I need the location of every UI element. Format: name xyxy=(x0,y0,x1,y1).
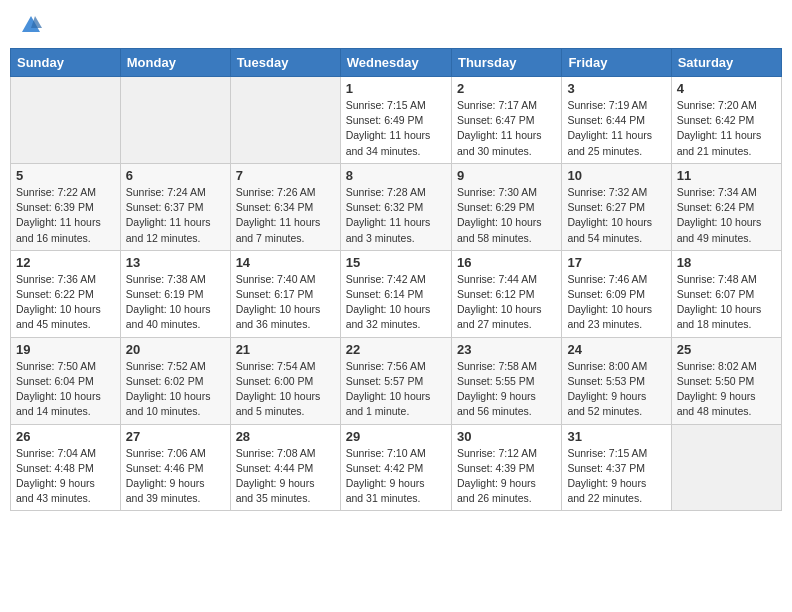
day-number: 27 xyxy=(126,429,225,444)
calendar-cell: 15Sunrise: 7:42 AM Sunset: 6:14 PM Dayli… xyxy=(340,250,451,337)
day-info: Sunrise: 7:36 AM Sunset: 6:22 PM Dayligh… xyxy=(16,272,115,333)
day-number: 20 xyxy=(126,342,225,357)
calendar-cell: 1Sunrise: 7:15 AM Sunset: 6:49 PM Daylig… xyxy=(340,77,451,164)
day-number: 18 xyxy=(677,255,776,270)
day-info: Sunrise: 7:42 AM Sunset: 6:14 PM Dayligh… xyxy=(346,272,446,333)
calendar-cell: 26Sunrise: 7:04 AM Sunset: 4:48 PM Dayli… xyxy=(11,424,121,511)
day-number: 9 xyxy=(457,168,556,183)
calendar-cell: 17Sunrise: 7:46 AM Sunset: 6:09 PM Dayli… xyxy=(562,250,671,337)
day-info: Sunrise: 7:10 AM Sunset: 4:42 PM Dayligh… xyxy=(346,446,446,507)
day-number: 15 xyxy=(346,255,446,270)
calendar-cell xyxy=(671,424,781,511)
day-number: 22 xyxy=(346,342,446,357)
day-number: 16 xyxy=(457,255,556,270)
weekday-header-tuesday: Tuesday xyxy=(230,49,340,77)
day-number: 17 xyxy=(567,255,665,270)
day-number: 31 xyxy=(567,429,665,444)
calendar-cell: 14Sunrise: 7:40 AM Sunset: 6:17 PM Dayli… xyxy=(230,250,340,337)
calendar-cell: 13Sunrise: 7:38 AM Sunset: 6:19 PM Dayli… xyxy=(120,250,230,337)
calendar-cell: 4Sunrise: 7:20 AM Sunset: 6:42 PM Daylig… xyxy=(671,77,781,164)
logo-icon xyxy=(20,14,42,36)
day-info: Sunrise: 7:52 AM Sunset: 6:02 PM Dayligh… xyxy=(126,359,225,420)
calendar-cell: 7Sunrise: 7:26 AM Sunset: 6:34 PM Daylig… xyxy=(230,163,340,250)
calendar-cell: 12Sunrise: 7:36 AM Sunset: 6:22 PM Dayli… xyxy=(11,250,121,337)
day-number: 29 xyxy=(346,429,446,444)
day-info: Sunrise: 7:50 AM Sunset: 6:04 PM Dayligh… xyxy=(16,359,115,420)
day-info: Sunrise: 7:17 AM Sunset: 6:47 PM Dayligh… xyxy=(457,98,556,159)
day-info: Sunrise: 7:34 AM Sunset: 6:24 PM Dayligh… xyxy=(677,185,776,246)
day-number: 3 xyxy=(567,81,665,96)
day-number: 8 xyxy=(346,168,446,183)
day-number: 12 xyxy=(16,255,115,270)
day-info: Sunrise: 7:12 AM Sunset: 4:39 PM Dayligh… xyxy=(457,446,556,507)
day-info: Sunrise: 7:56 AM Sunset: 5:57 PM Dayligh… xyxy=(346,359,446,420)
calendar-cell: 21Sunrise: 7:54 AM Sunset: 6:00 PM Dayli… xyxy=(230,337,340,424)
calendar-week-4: 19Sunrise: 7:50 AM Sunset: 6:04 PM Dayli… xyxy=(11,337,782,424)
day-info: Sunrise: 7:15 AM Sunset: 6:49 PM Dayligh… xyxy=(346,98,446,159)
day-info: Sunrise: 7:22 AM Sunset: 6:39 PM Dayligh… xyxy=(16,185,115,246)
day-info: Sunrise: 7:54 AM Sunset: 6:00 PM Dayligh… xyxy=(236,359,335,420)
calendar-week-1: 1Sunrise: 7:15 AM Sunset: 6:49 PM Daylig… xyxy=(11,77,782,164)
weekday-header-wednesday: Wednesday xyxy=(340,49,451,77)
day-number: 4 xyxy=(677,81,776,96)
day-info: Sunrise: 7:06 AM Sunset: 4:46 PM Dayligh… xyxy=(126,446,225,507)
logo xyxy=(18,14,42,36)
day-number: 30 xyxy=(457,429,556,444)
day-info: Sunrise: 7:15 AM Sunset: 4:37 PM Dayligh… xyxy=(567,446,665,507)
day-info: Sunrise: 8:02 AM Sunset: 5:50 PM Dayligh… xyxy=(677,359,776,420)
calendar-cell: 16Sunrise: 7:44 AM Sunset: 6:12 PM Dayli… xyxy=(451,250,561,337)
calendar-week-5: 26Sunrise: 7:04 AM Sunset: 4:48 PM Dayli… xyxy=(11,424,782,511)
calendar-cell: 18Sunrise: 7:48 AM Sunset: 6:07 PM Dayli… xyxy=(671,250,781,337)
calendar-cell: 28Sunrise: 7:08 AM Sunset: 4:44 PM Dayli… xyxy=(230,424,340,511)
day-number: 11 xyxy=(677,168,776,183)
day-number: 25 xyxy=(677,342,776,357)
calendar-cell xyxy=(120,77,230,164)
weekday-header-sunday: Sunday xyxy=(11,49,121,77)
day-number: 5 xyxy=(16,168,115,183)
day-number: 21 xyxy=(236,342,335,357)
day-info: Sunrise: 7:08 AM Sunset: 4:44 PM Dayligh… xyxy=(236,446,335,507)
page-header xyxy=(10,10,782,40)
day-number: 26 xyxy=(16,429,115,444)
day-number: 14 xyxy=(236,255,335,270)
day-info: Sunrise: 7:30 AM Sunset: 6:29 PM Dayligh… xyxy=(457,185,556,246)
day-info: Sunrise: 7:24 AM Sunset: 6:37 PM Dayligh… xyxy=(126,185,225,246)
calendar-cell: 23Sunrise: 7:58 AM Sunset: 5:55 PM Dayli… xyxy=(451,337,561,424)
weekday-header-saturday: Saturday xyxy=(671,49,781,77)
calendar-cell: 8Sunrise: 7:28 AM Sunset: 6:32 PM Daylig… xyxy=(340,163,451,250)
day-info: Sunrise: 7:28 AM Sunset: 6:32 PM Dayligh… xyxy=(346,185,446,246)
calendar-cell: 19Sunrise: 7:50 AM Sunset: 6:04 PM Dayli… xyxy=(11,337,121,424)
calendar-cell: 11Sunrise: 7:34 AM Sunset: 6:24 PM Dayli… xyxy=(671,163,781,250)
day-info: Sunrise: 7:26 AM Sunset: 6:34 PM Dayligh… xyxy=(236,185,335,246)
calendar-cell xyxy=(11,77,121,164)
calendar-cell: 2Sunrise: 7:17 AM Sunset: 6:47 PM Daylig… xyxy=(451,77,561,164)
calendar-cell: 3Sunrise: 7:19 AM Sunset: 6:44 PM Daylig… xyxy=(562,77,671,164)
day-info: Sunrise: 7:58 AM Sunset: 5:55 PM Dayligh… xyxy=(457,359,556,420)
day-info: Sunrise: 7:46 AM Sunset: 6:09 PM Dayligh… xyxy=(567,272,665,333)
calendar-cell: 9Sunrise: 7:30 AM Sunset: 6:29 PM Daylig… xyxy=(451,163,561,250)
day-number: 19 xyxy=(16,342,115,357)
day-info: Sunrise: 7:19 AM Sunset: 6:44 PM Dayligh… xyxy=(567,98,665,159)
day-number: 13 xyxy=(126,255,225,270)
day-info: Sunrise: 7:04 AM Sunset: 4:48 PM Dayligh… xyxy=(16,446,115,507)
calendar-cell: 25Sunrise: 8:02 AM Sunset: 5:50 PM Dayli… xyxy=(671,337,781,424)
calendar-cell: 31Sunrise: 7:15 AM Sunset: 4:37 PM Dayli… xyxy=(562,424,671,511)
calendar-cell: 24Sunrise: 8:00 AM Sunset: 5:53 PM Dayli… xyxy=(562,337,671,424)
weekday-header-monday: Monday xyxy=(120,49,230,77)
day-info: Sunrise: 7:20 AM Sunset: 6:42 PM Dayligh… xyxy=(677,98,776,159)
calendar-cell: 5Sunrise: 7:22 AM Sunset: 6:39 PM Daylig… xyxy=(11,163,121,250)
day-number: 7 xyxy=(236,168,335,183)
day-number: 28 xyxy=(236,429,335,444)
calendar-cell: 20Sunrise: 7:52 AM Sunset: 6:02 PM Dayli… xyxy=(120,337,230,424)
calendar-cell xyxy=(230,77,340,164)
day-info: Sunrise: 7:48 AM Sunset: 6:07 PM Dayligh… xyxy=(677,272,776,333)
day-number: 2 xyxy=(457,81,556,96)
day-info: Sunrise: 7:38 AM Sunset: 6:19 PM Dayligh… xyxy=(126,272,225,333)
day-number: 1 xyxy=(346,81,446,96)
day-info: Sunrise: 7:44 AM Sunset: 6:12 PM Dayligh… xyxy=(457,272,556,333)
calendar-cell: 22Sunrise: 7:56 AM Sunset: 5:57 PM Dayli… xyxy=(340,337,451,424)
day-info: Sunrise: 7:40 AM Sunset: 6:17 PM Dayligh… xyxy=(236,272,335,333)
calendar-table: SundayMondayTuesdayWednesdayThursdayFrid… xyxy=(10,48,782,511)
calendar-week-3: 12Sunrise: 7:36 AM Sunset: 6:22 PM Dayli… xyxy=(11,250,782,337)
calendar-cell: 29Sunrise: 7:10 AM Sunset: 4:42 PM Dayli… xyxy=(340,424,451,511)
